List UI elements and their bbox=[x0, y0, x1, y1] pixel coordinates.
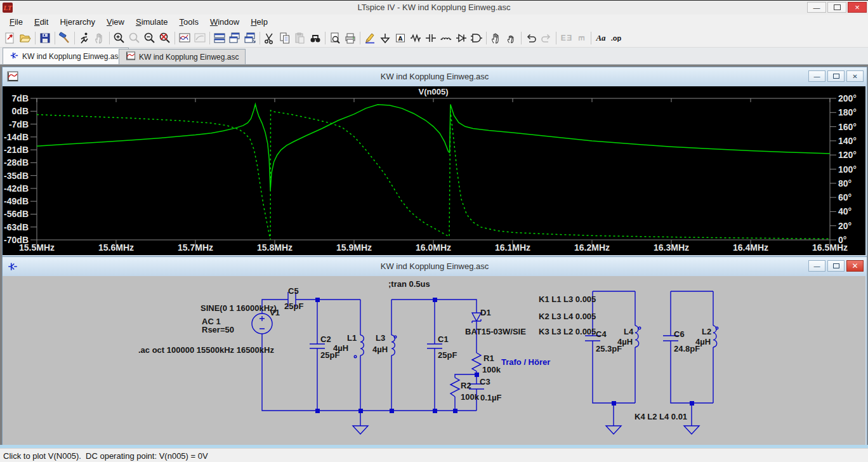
minimize-button[interactable]: — bbox=[808, 70, 825, 82]
right-tick-label: 160° bbox=[838, 122, 857, 132]
open-button[interactable] bbox=[18, 30, 33, 46]
tile-vertically-button[interactable] bbox=[227, 30, 242, 46]
close-button[interactable]: ✕ bbox=[846, 260, 864, 272]
waveform-window-title: KW ind Kopplung Einweg.asc bbox=[3, 72, 867, 81]
schematic-window-title: KW ind Kopplung Einweg.asc bbox=[3, 261, 867, 271]
x-tick-label: 16.3MHz bbox=[654, 242, 689, 253]
tab-bar: KW ind Kopplung Einweg.asc KW ind Kopplu… bbox=[0, 48, 868, 65]
left-tick-label: 0dB bbox=[12, 106, 29, 116]
ground-symbol bbox=[684, 426, 699, 434]
maximize-button[interactable] bbox=[827, 2, 846, 13]
save-button[interactable] bbox=[37, 30, 53, 46]
control-panel-button[interactable] bbox=[57, 30, 72, 46]
new-schematic-button[interactable] bbox=[3, 30, 18, 46]
run-button[interactable] bbox=[77, 30, 92, 46]
minimize-button[interactable]: — bbox=[808, 260, 825, 272]
diode-button[interactable] bbox=[454, 30, 469, 46]
menu-edit[interactable]: Edit bbox=[29, 16, 54, 28]
left-tick-label: -35dB bbox=[4, 171, 29, 181]
right-tick-label: 0° bbox=[838, 235, 846, 245]
r1-symbol bbox=[472, 353, 481, 371]
trace-legend[interactable]: V(n005) bbox=[419, 87, 449, 96]
left-tick-label: -49dB bbox=[4, 196, 29, 206]
cut-button[interactable] bbox=[262, 30, 277, 46]
capacitor-button[interactable] bbox=[423, 30, 438, 46]
component-button[interactable] bbox=[469, 30, 484, 46]
print-preview-button[interactable] bbox=[327, 30, 343, 46]
halt-button[interactable] bbox=[92, 30, 107, 46]
waveform-window-titlebar[interactable]: KW ind Kopplung Einweg.asc — ✕ bbox=[3, 67, 867, 86]
restore-button[interactable] bbox=[827, 70, 845, 82]
menu-help[interactable]: Help bbox=[245, 16, 273, 28]
drag-button[interactable] bbox=[504, 30, 519, 46]
redo-button[interactable] bbox=[539, 30, 554, 46]
mirror-button[interactable]: E Ǝ bbox=[558, 30, 574, 46]
tank1-wires bbox=[585, 291, 635, 426]
net-label-button[interactable]: A bbox=[393, 30, 408, 46]
find-button[interactable] bbox=[308, 30, 323, 46]
copy-button[interactable] bbox=[277, 30, 293, 46]
restore-button[interactable] bbox=[827, 260, 845, 272]
draw-wire-button[interactable] bbox=[362, 30, 378, 46]
right-tick-label: 100° bbox=[838, 164, 857, 175]
zoom-back-button[interactable] bbox=[127, 30, 142, 46]
tab-waveform[interactable]: KW ind Kopplung Einweg.asc bbox=[119, 49, 246, 64]
waveform-plot[interactable]: 15.5MHz15.6MHz15.7MHz15.8MHz15.9MHz16.0M… bbox=[3, 86, 865, 255]
left-tick-label: -63dB bbox=[4, 222, 29, 232]
zoom-full-extents-button[interactable] bbox=[157, 30, 173, 46]
inductor-button[interactable] bbox=[438, 30, 454, 46]
menu-simulate[interactable]: Simulate bbox=[130, 16, 174, 28]
spice-directive-button[interactable]: .op bbox=[608, 30, 624, 46]
resistor-button[interactable] bbox=[408, 30, 423, 46]
trace-magnitude bbox=[37, 104, 830, 190]
l1-symbol bbox=[360, 335, 364, 355]
tab-schematic[interactable]: KW ind Kopplung Einweg.asc bbox=[3, 48, 129, 64]
menu-view[interactable]: View bbox=[101, 16, 130, 28]
menu-bar: FileEditHierarchyViewSimulateToolsWindow… bbox=[0, 15, 868, 29]
menu-hierarchy[interactable]: Hierarchy bbox=[54, 16, 101, 28]
mdi-area: KW ind Kopplung Einweg.asc — ✕ 15.5MHz15… bbox=[0, 65, 868, 448]
right-tick-label: 140° bbox=[838, 136, 857, 146]
x-tick-label: 15.8MHz bbox=[257, 242, 293, 253]
tab-label: KW ind Kopplung Einweg.asc bbox=[22, 52, 122, 61]
right-tick-label: 120° bbox=[838, 150, 857, 160]
waveform-window: KW ind Kopplung Einweg.asc — ✕ 15.5MHz15… bbox=[2, 67, 867, 257]
menu-file[interactable]: File bbox=[4, 16, 29, 28]
right-tick-label: 40° bbox=[838, 206, 852, 216]
move-button[interactable] bbox=[489, 30, 504, 46]
zoom-in-button[interactable] bbox=[112, 30, 127, 46]
minimize-button[interactable]: — bbox=[807, 2, 826, 13]
right-tick-label: 180° bbox=[838, 107, 857, 117]
tab-label: KW ind Kopplung Einweg.asc bbox=[139, 53, 239, 62]
plot-canvas[interactable]: 15.5MHz15.6MHz15.7MHz15.8MHz15.9MHz16.0M… bbox=[3, 86, 865, 255]
menu-tools[interactable]: Tools bbox=[174, 16, 204, 28]
rotate-button[interactable]: E bbox=[574, 30, 589, 46]
autorange-y-axis-button[interactable] bbox=[177, 30, 192, 46]
close-button[interactable]: × bbox=[848, 2, 867, 13]
paste-button[interactable] bbox=[293, 30, 308, 46]
ground-button[interactable] bbox=[378, 30, 393, 46]
left-tick-label: -42dB bbox=[4, 183, 29, 194]
print-button[interactable] bbox=[343, 30, 358, 46]
right-tick-label: 20° bbox=[838, 221, 852, 231]
toolbar: A E Ǝ E Aa .op bbox=[0, 29, 868, 48]
undo-button[interactable] bbox=[523, 30, 539, 46]
x-tick-label: 15.6MHz bbox=[98, 242, 134, 253]
title-bar[interactable]: LT LTspice IV - KW ind Kopplung Einweg.a… bbox=[0, 1, 868, 15]
circuit-wires bbox=[252, 291, 718, 434]
left-tick-label: -7dB bbox=[9, 119, 29, 129]
zoom-out-button[interactable] bbox=[142, 30, 157, 46]
text-button[interactable]: Aa bbox=[593, 30, 608, 46]
close-button[interactable]: ✕ bbox=[846, 70, 864, 82]
x-tick-label: 16.4MHz bbox=[733, 242, 768, 253]
pan-plot-button[interactable] bbox=[192, 30, 207, 46]
menu-window[interactable]: Window bbox=[204, 16, 245, 28]
schematic-window-titlebar[interactable]: KW ind Kopplung Einweg.asc — ✕ bbox=[3, 257, 867, 276]
right-tick-label: 200° bbox=[838, 93, 857, 103]
cascade-windows-button[interactable] bbox=[242, 30, 258, 46]
left-tick-label: -21dB bbox=[4, 145, 29, 155]
svg-text:A: A bbox=[398, 35, 403, 41]
tile-horizontally-button[interactable] bbox=[212, 30, 227, 46]
d1-symbol bbox=[472, 313, 481, 323]
schematic-canvas[interactable]: SINE(0 1 16000kHz)AC 1Rser=50.ac oct 100… bbox=[3, 276, 865, 445]
